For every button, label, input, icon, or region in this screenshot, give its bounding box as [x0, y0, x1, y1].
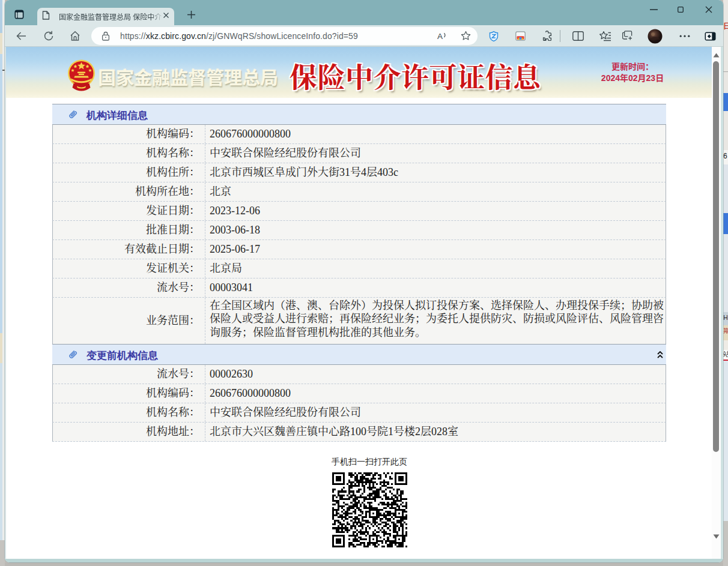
svg-text:A: A — [437, 32, 443, 41]
